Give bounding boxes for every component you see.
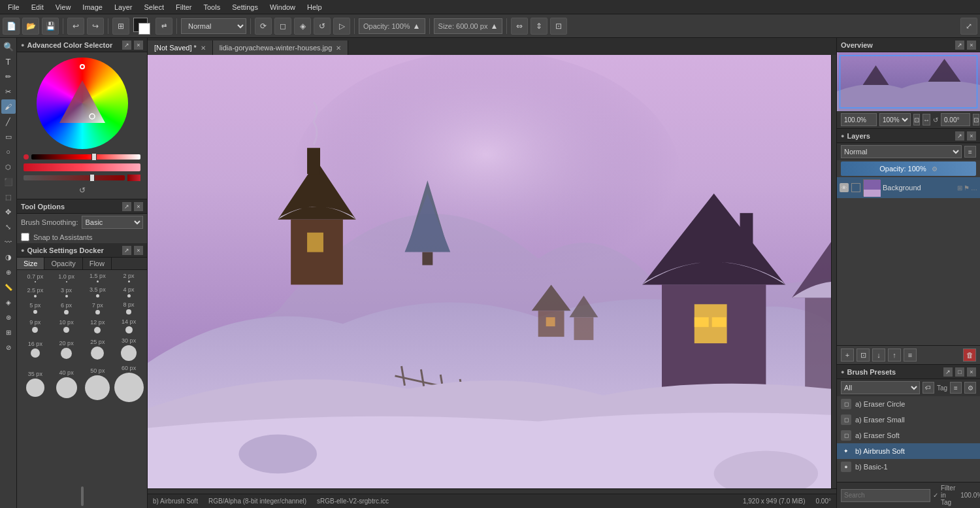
menu-filter[interactable]: Filter: [171, 2, 197, 12]
brush-presets-close[interactable]: ×: [967, 367, 976, 377]
brush-item[interactable]: ◻a) Eraser Soft: [837, 428, 980, 443]
zoom-input[interactable]: [841, 113, 877, 126]
menu-layer[interactable]: Layer: [109, 2, 138, 12]
menu-select[interactable]: Select: [139, 2, 169, 12]
contiguous-select-tool[interactable]: ⊛: [1, 310, 16, 324]
menu-image[interactable]: Image: [77, 2, 108, 12]
brush-size-item[interactable]: 40 px: [53, 369, 80, 398]
canvas-wrap-button[interactable]: ⊡: [550, 18, 567, 35]
arrow-btn[interactable]: ▷: [333, 18, 350, 35]
shape-ellipse-tool[interactable]: ○: [1, 144, 16, 159]
winter-scene-canvas[interactable]: [148, 55, 831, 488]
brush-tool[interactable]: 🖌: [1, 99, 16, 114]
fit-canvas-button[interactable]: ⊡: [913, 114, 920, 126]
menu-view[interactable]: View: [50, 2, 76, 12]
brush-size-item[interactable]: 3 px: [53, 287, 80, 297]
line-tool[interactable]: ╱: [1, 114, 16, 129]
brush-tag-button[interactable]: 🏷: [923, 382, 934, 394]
select-rect-tool[interactable]: ⬚: [1, 190, 16, 204]
layer-lock-icon[interactable]: [851, 183, 860, 192]
brush-size-item[interactable]: 2 px: [115, 273, 142, 282]
background-color[interactable]: [139, 23, 150, 35]
menu-edit[interactable]: Edit: [26, 2, 49, 12]
hue-slider[interactable]: [31, 154, 140, 160]
brush-filter-select[interactable]: All: [841, 381, 920, 394]
tool-options-float[interactable]: ↗: [122, 202, 131, 211]
qs-tab-opacity[interactable]: Opacity: [44, 258, 82, 269]
brush-presets-float[interactable]: ↗: [943, 367, 953, 377]
reset-brush-button[interactable]: ⟳: [255, 18, 272, 35]
text-tool[interactable]: T: [1, 54, 16, 69]
zoom-dropdown[interactable]: 100%: [879, 113, 911, 126]
brush-size-item[interactable]: 20 px: [53, 340, 80, 359]
rotation-input[interactable]: [941, 113, 970, 126]
layers-filter-button[interactable]: ≡: [964, 146, 976, 158]
mirror-h-button[interactable]: ⇔: [511, 18, 528, 35]
mirror-v-button[interactable]: ⇕: [531, 18, 547, 35]
brush-item[interactable]: ✦b) Airbrush Soft: [837, 443, 980, 459]
saturation-slider[interactable]: [24, 175, 125, 180]
hue-thumb[interactable]: [91, 153, 97, 161]
menu-tools[interactable]: Tools: [199, 2, 226, 12]
brush-size-item[interactable]: 6 px: [53, 302, 80, 314]
copy-layer-button[interactable]: ⊡: [857, 348, 870, 362]
brush-size-item[interactable]: 5 px: [22, 302, 49, 314]
canvas-hscrollbar[interactable]: [148, 488, 836, 494]
delete-layer-button[interactable]: 🗑: [963, 348, 976, 362]
brush-size-item[interactable]: 50 px: [84, 367, 111, 400]
swap-colors-button[interactable]: ⇄: [155, 18, 172, 35]
wrap-transform-tool[interactable]: ⊞: [1, 325, 16, 339]
brush-size-item[interactable]: 7 px: [84, 302, 111, 314]
layer-row-background[interactable]: 👁 Background ⊞ ⚑ …: [837, 177, 980, 198]
opacity-spinner-up[interactable]: ▲: [412, 21, 422, 31]
expand-button[interactable]: ⤢: [960, 18, 977, 35]
zoom-tool[interactable]: 🔍: [1, 39, 16, 54]
brush-size-item[interactable]: 25 px: [84, 339, 111, 360]
new-file-button[interactable]: 📄: [3, 18, 20, 35]
brush-size-item[interactable]: 60 px: [115, 365, 142, 402]
qs-tab-size[interactable]: Size: [17, 258, 44, 269]
snap-assistants-checkbox[interactable]: [21, 233, 29, 241]
brush-size-item[interactable]: 35 px: [22, 371, 49, 397]
rotate-reset-button[interactable]: ↔: [923, 114, 930, 126]
smudge-tool[interactable]: 〰: [1, 235, 16, 249]
saturation-thumb[interactable]: [90, 174, 95, 182]
save-file-button[interactable]: 💾: [42, 18, 59, 35]
layers-opacity-settings[interactable]: ⚙: [932, 165, 938, 173]
brush-size-item[interactable]: 1.5 px: [84, 273, 111, 282]
brush-presets-expand[interactable]: □: [955, 367, 964, 377]
ruler-tool[interactable]: 📏: [1, 280, 16, 294]
path-tool[interactable]: ⬡: [1, 160, 16, 174]
crop-tool[interactable]: ✂: [1, 84, 16, 99]
layer-visibility-icon[interactable]: 👁: [840, 183, 849, 192]
scroll-thumb[interactable]: [81, 486, 84, 506]
size-spinner-up[interactable]: ▲: [489, 21, 499, 31]
brush-size-item[interactable]: 8 px: [115, 301, 142, 314]
brush-size-item[interactable]: 30 px: [115, 337, 142, 361]
brush-size-item[interactable]: 1.0 px: [53, 273, 80, 282]
tool-options-close[interactable]: ×: [134, 202, 143, 211]
brush-search-input[interactable]: [841, 489, 930, 502]
move-down-button[interactable]: ↓: [872, 348, 885, 362]
overview-close[interactable]: ×: [967, 41, 976, 50]
color-selector-float[interactable]: ↗: [122, 41, 131, 50]
layers-mode-select[interactable]: Normal: [841, 145, 962, 158]
brush-view-toggle[interactable]: ≡: [950, 382, 962, 394]
brush-size-item[interactable]: 2.5 px: [22, 287, 49, 297]
color-wheel[interactable]: [37, 58, 128, 149]
smart-patch-tool[interactable]: ◈: [1, 295, 16, 309]
color-selector-close[interactable]: ×: [134, 41, 143, 50]
menu-settings[interactable]: Settings: [227, 2, 263, 12]
canvas-tab-saved-close[interactable]: ✕: [336, 44, 341, 52]
assistant-tool[interactable]: ⊘: [1, 340, 16, 354]
brush-size-item[interactable]: 14 px: [115, 318, 142, 333]
layer-properties-button[interactable]: ≡: [904, 348, 917, 362]
color-picker-tool[interactable]: ✏: [1, 69, 16, 84]
brush-size-item[interactable]: 4 px: [115, 286, 142, 297]
alpha-lock-button[interactable]: ◈: [294, 18, 311, 35]
brush-settings-btn[interactable]: ⚙: [964, 382, 976, 394]
fill-tool[interactable]: ⬛: [1, 175, 16, 189]
color-refresh-button[interactable]: ↺: [79, 186, 86, 195]
erase-toggle-button[interactable]: ◻: [274, 18, 291, 35]
color-wheel-handle[interactable]: [80, 64, 85, 69]
